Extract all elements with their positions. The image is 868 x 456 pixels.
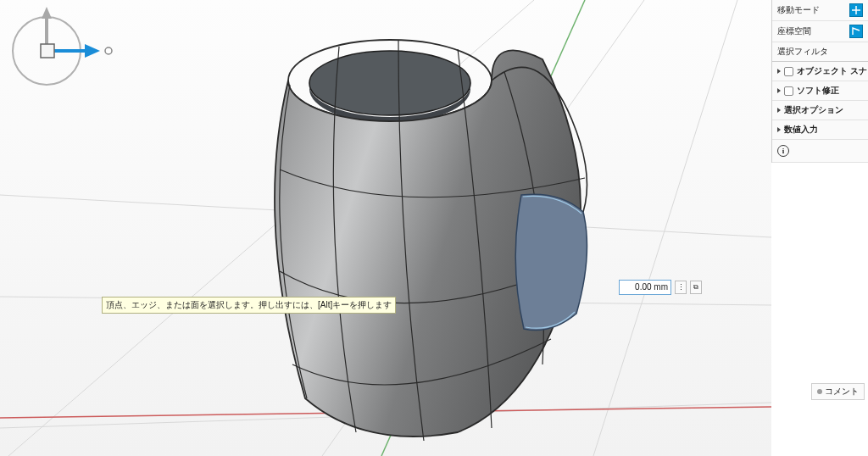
soft-mod-row[interactable]: ソフト修正 xyxy=(772,81,868,101)
dimension-menu-icon[interactable]: ⋮ xyxy=(675,281,687,294)
move-mode-row[interactable]: 移動モード xyxy=(772,0,868,21)
svg-line-5 xyxy=(593,0,737,456)
selection-filter-label: 選択フィルタ xyxy=(777,46,828,58)
coord-space-label: 座標空間 xyxy=(777,25,811,37)
properties-panel: 移動モード 座標空間 選択フィルタ オブジェクト スナップ ソフト修正 選択オプ… xyxy=(771,0,868,163)
select-options-row[interactable]: 選択オプション xyxy=(772,101,868,120)
chevron-right-icon xyxy=(777,69,781,74)
dimension-copy-icon[interactable]: ⧉ xyxy=(690,281,702,294)
hint-tooltip: 頂点、エッジ、または面を選択します。押し出すには、[Alt]キーを押します xyxy=(102,297,396,314)
dimension-widget: 0.00 mm ⋮ ⧉ xyxy=(619,280,702,295)
numeric-input-row[interactable]: 数値入力 xyxy=(772,120,868,140)
viewport-3d[interactable]: 頂点、エッジ、または面を選択します。押し出すには、[Alt]キーを押します 0.… xyxy=(0,0,771,456)
chevron-right-icon xyxy=(777,88,781,93)
select-options-label: 選択オプション xyxy=(784,104,843,116)
coord-space-icon[interactable] xyxy=(849,25,863,38)
selected-face[interactable] xyxy=(515,194,587,330)
model-body[interactable] xyxy=(275,40,587,441)
comment-label: コメント xyxy=(825,386,859,398)
comment-dot-icon xyxy=(817,389,822,394)
grid-plane xyxy=(0,0,771,456)
object-snap-label: オブジェクト スナップ xyxy=(797,65,868,77)
info-row[interactable]: i xyxy=(772,140,868,163)
object-snap-row[interactable]: オブジェクト スナップ xyxy=(772,62,868,81)
comment-button[interactable]: コメント xyxy=(811,383,865,400)
soft-mod-label: ソフト修正 xyxy=(797,85,839,97)
selection-filter-row[interactable]: 選択フィルタ xyxy=(772,42,868,62)
chevron-right-icon xyxy=(777,127,781,132)
coord-space-row[interactable]: 座標空間 xyxy=(772,21,868,42)
dimension-input[interactable]: 0.00 mm xyxy=(619,280,671,295)
move-mode-label: 移動モード xyxy=(777,4,820,16)
svg-point-7 xyxy=(309,51,470,115)
soft-mod-checkbox[interactable] xyxy=(784,86,793,96)
object-snap-checkbox[interactable] xyxy=(784,67,793,76)
move-mode-icon[interactable] xyxy=(849,3,863,17)
chevron-right-icon xyxy=(777,108,781,113)
info-icon: i xyxy=(777,145,789,157)
numeric-input-label: 数値入力 xyxy=(784,124,818,136)
